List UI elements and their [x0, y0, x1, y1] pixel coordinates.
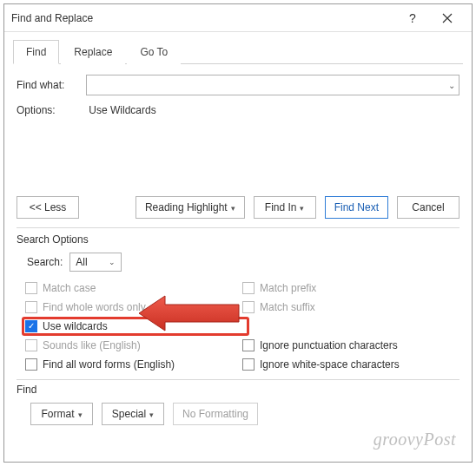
chevron-down-icon: ▾ — [149, 410, 154, 419]
checkmark-icon: ✓ — [25, 320, 37, 332]
chevron-down-icon: ⌄ — [109, 258, 116, 266]
button-bar: << Less Reading Highlight▾ Find In▾ Find… — [4, 196, 472, 219]
match-case-checkbox: Match case — [25, 282, 242, 294]
less-button[interactable]: << Less — [17, 196, 79, 219]
format-button[interactable]: Format▾ — [30, 403, 93, 425]
find-footer: Find Format▾ Special▾ No Formatting — [4, 379, 472, 425]
find-what-label: Find what: — [17, 79, 86, 91]
special-label: Special — [112, 408, 146, 420]
reading-highlight-button[interactable]: Reading Highlight▾ — [136, 196, 245, 219]
special-button[interactable]: Special▾ — [102, 403, 164, 425]
chevron-down-icon: ▾ — [300, 204, 304, 213]
match-suffix-label: Match suffix — [260, 301, 315, 313]
help-button[interactable]: ? — [395, 6, 430, 30]
options-label: Options: — [17, 104, 86, 116]
match-suffix-checkbox: Match suffix — [242, 301, 459, 313]
tab-goto[interactable]: Go To — [127, 40, 181, 64]
close-button[interactable] — [430, 6, 465, 30]
match-prefix-checkbox: Match prefix — [242, 282, 459, 294]
no-formatting-label: No Formatting — [182, 408, 248, 420]
search-direction-label: Search: — [27, 256, 63, 268]
dialog-title: Find and Replace — [11, 12, 395, 24]
find-replace-dialog: Find and Replace ? Find Replace Go To Fi… — [3, 3, 473, 463]
watermark: groovyPost — [374, 430, 456, 450]
word-forms-label: Find all word forms (English) — [43, 358, 175, 371]
tab-bar: Find Replace Go To — [4, 36, 472, 63]
tab-replace[interactable]: Replace — [61, 40, 125, 64]
find-section-title: Find — [17, 384, 459, 396]
dialog-body: Find what: ⌄ Options: Use Wildcards — [4, 64, 472, 127]
use-wildcards-label: Use wildcards — [43, 320, 108, 332]
find-in-button[interactable]: Find In▾ — [254, 196, 316, 219]
find-next-label: Find Next — [334, 201, 379, 213]
sounds-like-label: Sounds like (English) — [43, 339, 141, 351]
chevron-down-icon: ▾ — [78, 410, 83, 419]
find-in-label: Find In — [265, 201, 297, 213]
tab-find[interactable]: Find — [13, 40, 59, 64]
ignore-punct-checkbox[interactable]: Ignore punctuation characters — [242, 339, 459, 351]
match-case-label: Match case — [43, 282, 96, 294]
tab-find-label: Find — [26, 46, 46, 58]
ignore-ws-label: Ignore white-space characters — [260, 358, 400, 371]
sounds-like-checkbox: Sounds like (English) — [25, 339, 242, 351]
search-direction-value: All — [76, 256, 87, 268]
reading-highlight-label: Reading Highlight — [145, 201, 228, 213]
cancel-button[interactable]: Cancel — [397, 196, 459, 219]
chevron-down-icon: ▾ — [231, 204, 235, 213]
close-icon — [442, 13, 453, 23]
search-direction-select[interactable]: All ⌄ — [69, 253, 122, 272]
titlebar: Find and Replace ? — [4, 4, 472, 32]
options-value: Use Wildcards — [89, 104, 155, 116]
tab-replace-label: Replace — [74, 46, 112, 58]
find-what-input[interactable]: ⌄ — [86, 75, 459, 95]
find-next-button[interactable]: Find Next — [325, 196, 388, 219]
no-formatting-button: No Formatting — [173, 403, 258, 425]
ignore-punct-label: Ignore punctuation characters — [260, 339, 398, 351]
whole-words-label: Find whole words only — [43, 301, 146, 313]
cancel-label: Cancel — [412, 201, 444, 213]
whole-words-checkbox: Find whole words only — [25, 301, 242, 313]
chevron-down-icon: ⌄ — [448, 81, 455, 90]
match-prefix-label: Match prefix — [260, 282, 316, 294]
checkbox-grid: Match case Find whole words only ✓Use wi… — [4, 282, 472, 371]
use-wildcards-checkbox[interactable]: ✓Use wildcards — [25, 320, 108, 332]
tab-goto-label: Go To — [140, 46, 168, 58]
format-label: Format — [41, 408, 74, 420]
ignore-ws-checkbox[interactable]: Ignore white-space characters — [242, 358, 459, 371]
less-button-label: << Less — [30, 201, 67, 213]
word-forms-checkbox[interactable]: Find all word forms (English) — [25, 358, 242, 371]
search-options-title: Search Options — [4, 233, 472, 246]
